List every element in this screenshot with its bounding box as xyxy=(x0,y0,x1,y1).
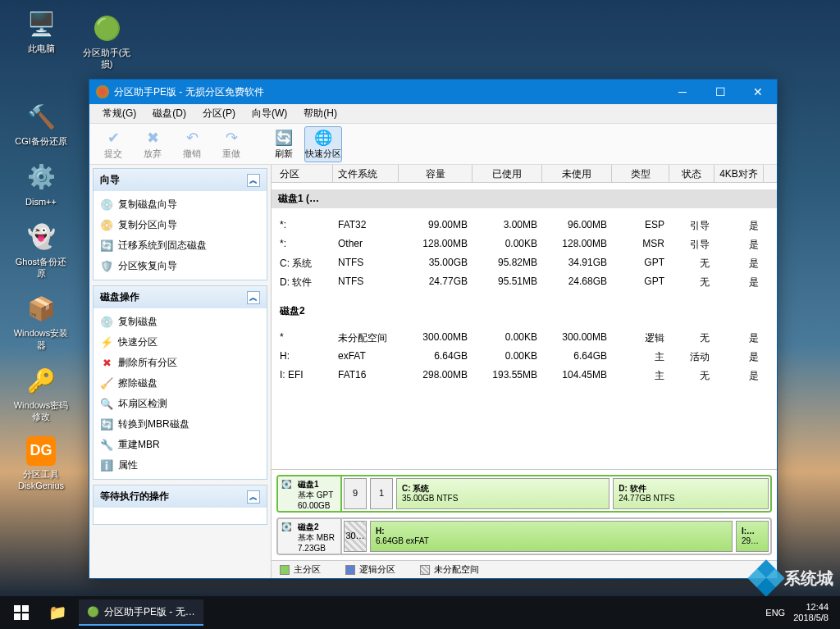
titlebar[interactable]: 分区助手PE版 - 无损分区免费软件 ─ ☐ ✕ xyxy=(89,80,777,104)
diskgenius-icon: DG xyxy=(26,436,56,466)
redo-button[interactable]: ↷重做 xyxy=(212,126,250,162)
partition-box-i[interactable]: I:…29… xyxy=(736,521,769,552)
menu-help[interactable]: 帮助(H) xyxy=(295,104,345,123)
legend-logical: 逻辑分区 xyxy=(359,563,395,576)
panel-pending-header[interactable]: 等待执行的操作 ︽ xyxy=(94,485,267,508)
disk2-header[interactable]: 磁盘2 xyxy=(272,302,777,321)
taskbar: 📁 🟢 分区助手PE版 - 无… ENG 12:44 2018/5/8 xyxy=(0,596,840,629)
diskop-badsector[interactable]: 🔍坏扇区检测 xyxy=(95,394,265,414)
refresh-button[interactable]: 🔄刷新 xyxy=(265,126,303,162)
col-capacity[interactable]: 容量 xyxy=(399,165,472,182)
diskop-properties[interactable]: ℹ️属性 xyxy=(95,455,265,476)
menu-partition[interactable]: 分区(P) xyxy=(194,104,244,123)
main-content: 分区 文件系统 容量 已使用 未使用 类型 状态 4KB对齐 磁盘1 (… *:… xyxy=(272,165,777,578)
desktop-icon-diskgenius[interactable]: DG 分区工具DiskGenius xyxy=(8,433,74,495)
desktop-icon-this-pc[interactable]: 🖥️ 此电脑 xyxy=(8,4,74,57)
desktop-icon-ghost[interactable]: 👻 Ghost备份还原 xyxy=(8,217,74,283)
collapse-icon[interactable]: ︽ xyxy=(247,490,260,504)
ime-indicator[interactable]: ENG xyxy=(765,608,785,618)
disk-icon: 💽 xyxy=(281,522,294,535)
wizard-copy-disk[interactable]: 💿复制磁盘向导 xyxy=(95,194,265,215)
partition-box-small[interactable]: 30… xyxy=(344,521,367,552)
collapse-icon[interactable]: ︽ xyxy=(247,174,260,187)
diskbar-2[interactable]: 💽 磁盘2基本 MBR7.23GB 30… H:6.64GB exFAT I:…… xyxy=(276,517,772,555)
disk1-header[interactable]: 磁盘1 (… xyxy=(272,189,777,208)
disk-map-area: 💽 磁盘1基本 GPT60.00GB 9 1 C: 系统35.00GB NTFS… xyxy=(272,469,777,560)
partition-row[interactable]: D: 软件NTFS24.77GB95.51MB24.68GBGPT无是 xyxy=(272,273,777,292)
partition-row[interactable]: *:Other128.00MB0.00KB128.00MBMSR引导是 xyxy=(272,235,777,254)
panel-pending: 等待执行的操作 ︽ xyxy=(93,485,267,525)
diskop-rebuild-mbr[interactable]: 🔧重建MBR xyxy=(95,435,265,455)
quick-icon: ⚡ xyxy=(100,336,113,349)
partition-row[interactable]: C: 系统NTFS35.00GB95.82MB34.91GBGPT无是 xyxy=(272,254,777,273)
collapse-icon[interactable]: ︽ xyxy=(247,291,260,304)
ghost-icon: 👻 xyxy=(25,221,57,253)
quick-partition-button[interactable]: 🌐快速分区 xyxy=(304,126,342,162)
panel-diskops-header[interactable]: 磁盘操作 ︽ xyxy=(94,286,267,308)
partition-row[interactable]: I: EFIFAT16298.00MB193.55MB104.45MB主无是 xyxy=(272,367,777,385)
undo-button[interactable]: ↶撤销 xyxy=(173,126,211,162)
taskbar-explorer-icon[interactable]: 📁 xyxy=(39,596,75,629)
package-icon: 📦 xyxy=(25,292,57,325)
legend-unallocated: 未分配空间 xyxy=(434,563,479,576)
maximize-button[interactable]: ☐ xyxy=(701,80,739,104)
discard-icon: ✖ xyxy=(147,129,159,147)
partition-box-d[interactable]: D: 软件24.77GB NTFS xyxy=(613,478,769,509)
partition-row[interactable]: H:exFAT6.64GB0.00KB6.64GB主活动是 xyxy=(272,348,777,367)
discard-button[interactable]: ✖放弃 xyxy=(134,126,171,162)
desktop-icon-winpwd[interactable]: 🔑 Windows密码修改 xyxy=(8,361,74,426)
panel-wizard: 向导 ︽ 💿复制磁盘向导 📀复制分区向导 🔄迁移系统到固态磁盘 🛡️分区恢复向导 xyxy=(93,168,267,280)
menubar: 常规(G) 磁盘(D) 分区(P) 向导(W) 帮助(H) xyxy=(89,104,777,124)
close-button[interactable]: ✕ xyxy=(739,80,777,104)
partition-box-h[interactable]: H:6.64GB exFAT xyxy=(370,521,733,552)
col-type[interactable]: 类型 xyxy=(612,165,669,182)
col-filesystem[interactable]: 文件系统 xyxy=(333,165,399,182)
col-state[interactable]: 状态 xyxy=(669,165,714,182)
svg-rect-1 xyxy=(22,605,29,612)
legend: 主分区 逻辑分区 未分配空间 xyxy=(272,560,777,578)
partition-box-small[interactable]: 9 xyxy=(344,478,367,509)
menu-disk[interactable]: 磁盘(D) xyxy=(144,104,194,123)
delete-icon: ✖ xyxy=(100,357,113,370)
app-icon: 🟢 xyxy=(87,606,99,618)
menu-wizard[interactable]: 向导(W) xyxy=(244,104,295,123)
diskop-wipe[interactable]: 🧹擦除磁盘 xyxy=(95,373,265,394)
app-window: 分区助手PE版 - 无损分区免费软件 ─ ☐ ✕ 常规(G) 磁盘(D) 分区(… xyxy=(89,79,778,579)
taskbar-app-button[interactable]: 🟢 分区助手PE版 - 无… xyxy=(79,599,203,626)
partition-box-c[interactable]: C: 系统35.00GB NTFS xyxy=(396,478,609,509)
desktop-icon-dism[interactable]: ⚙️ Dism++ xyxy=(8,157,74,211)
hammer-icon: 🔨 xyxy=(25,100,57,133)
gear-icon: ⚙️ xyxy=(25,161,57,194)
partition-row[interactable]: *未分配空间300.00MB0.00KB300.00MB逻辑无是 xyxy=(272,329,777,348)
col-4kb-align[interactable]: 4KB对齐 xyxy=(714,165,764,182)
desktop-icon-cgi[interactable]: 🔨 CGI备份还原 xyxy=(8,97,74,150)
col-used[interactable]: 已使用 xyxy=(472,165,542,182)
partition-box-small[interactable]: 1 xyxy=(370,478,393,509)
badsector-icon: 🔍 xyxy=(100,398,113,411)
desktop-icon-wininstaller[interactable]: 📦 Windows安装器 xyxy=(8,289,74,354)
diskop-copy[interactable]: 💿复制磁盘 xyxy=(95,312,265,332)
minimize-button[interactable]: ─ xyxy=(664,80,701,104)
undo-icon: ↶ xyxy=(186,129,199,147)
partition-row[interactable]: *:FAT3299.00MB3.00MB96.00MBESP引导是 xyxy=(272,217,777,235)
clock[interactable]: 12:44 2018/5/8 xyxy=(793,602,829,623)
diskop-quick[interactable]: ⚡快速分区 xyxy=(95,332,265,353)
svg-rect-2 xyxy=(14,613,21,620)
col-partition[interactable]: 分区 xyxy=(272,165,333,182)
wizard-migrate-ssd[interactable]: 🔄迁移系统到固态磁盘 xyxy=(95,235,265,256)
diskop-convert-mbr[interactable]: 🔄转换到MBR磁盘 xyxy=(95,414,265,435)
partition-assistant-icon: 🟢 xyxy=(90,11,123,44)
toolbar: ✔提交 ✖放弃 ↶撤销 ↷重做 🔄刷新 🌐快速分区 xyxy=(89,124,777,165)
start-button[interactable] xyxy=(3,596,39,629)
diskbar-1[interactable]: 💽 磁盘1基本 GPT60.00GB 9 1 C: 系统35.00GB NTFS… xyxy=(276,475,772,513)
copy-disk-icon: 💿 xyxy=(100,198,113,212)
panel-wizard-header[interactable]: 向导 ︽ xyxy=(94,169,267,191)
wizard-copy-partition[interactable]: 📀复制分区向导 xyxy=(95,215,265,235)
wizard-recover[interactable]: 🛡️分区恢复向导 xyxy=(95,256,265,276)
col-unused[interactable]: 未使用 xyxy=(542,165,612,182)
svg-rect-0 xyxy=(14,605,21,612)
commit-button[interactable]: ✔提交 xyxy=(94,126,132,162)
diskop-delete-all[interactable]: ✖删除所有分区 xyxy=(95,353,265,373)
menu-general[interactable]: 常规(G) xyxy=(94,104,144,123)
desktop-icon-partition-assistant[interactable]: 🟢 分区助手(无损) xyxy=(74,8,139,74)
